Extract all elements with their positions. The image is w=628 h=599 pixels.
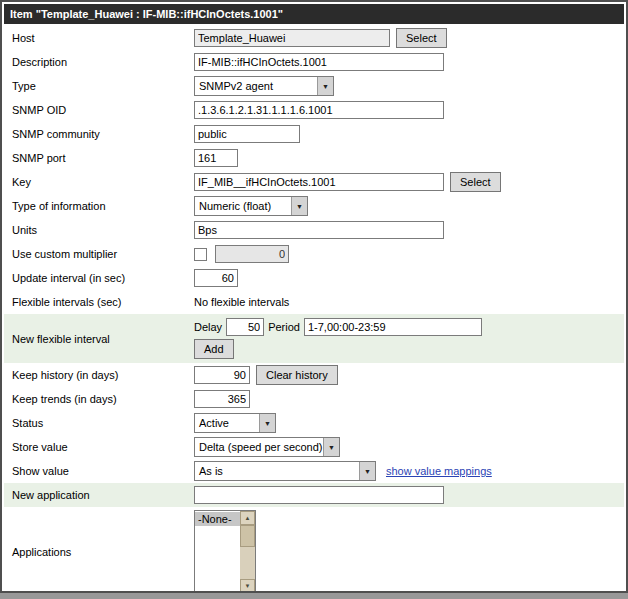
new-application-label: New application [4, 489, 194, 501]
status-dropdown[interactable]: Active ▼ [194, 413, 276, 433]
row-flexible-intervals: Flexible intervals (sec) No flexible int… [4, 290, 624, 314]
show-value-label: Show value [4, 465, 194, 477]
key-label: Key [4, 176, 194, 188]
description-label: Description [4, 56, 194, 68]
store-value-label: Store value [4, 441, 194, 453]
custom-multiplier-input[interactable] [215, 245, 289, 263]
type-dropdown[interactable]: SNMPv2 agent ▼ [194, 76, 334, 96]
snmp-oid-label: SNMP OID [4, 104, 194, 116]
applications-listbox[interactable]: -None- ▲ ▼ [194, 510, 256, 593]
keep-trends-input[interactable] [194, 390, 250, 408]
type-of-information-label: Type of information [4, 200, 194, 212]
show-value-mappings-link[interactable]: show value mappings [386, 465, 492, 477]
row-new-application: New application [4, 483, 624, 507]
show-value-dropdown[interactable]: As is ▼ [194, 461, 376, 481]
keep-history-input[interactable] [194, 366, 250, 384]
window-title: Item "Template_Huawei : IF-MIB::ifHCInOc… [4, 4, 624, 24]
period-input[interactable] [304, 318, 482, 336]
delay-label: Delay [194, 321, 222, 333]
description-input[interactable] [194, 53, 444, 71]
update-interval-input[interactable] [194, 269, 238, 287]
add-button[interactable]: Add [194, 339, 234, 359]
snmp-port-input[interactable] [194, 149, 238, 167]
new-flexible-interval-controls: Delay Period Add [194, 315, 482, 362]
row-snmp-oid: SNMP OID [4, 98, 624, 122]
row-type-of-information: Type of information Numeric (float) ▼ [4, 194, 624, 218]
type-of-information-dropdown[interactable]: Numeric (float) ▼ [194, 196, 308, 216]
scrollbar-thumb[interactable] [240, 525, 255, 547]
host-select-button[interactable]: Select [396, 28, 447, 48]
delay-input[interactable] [226, 318, 264, 336]
scroll-up-icon[interactable]: ▲ [240, 511, 255, 525]
row-status: Status Active ▼ [4, 411, 624, 435]
scrollbar-track[interactable] [240, 525, 255, 579]
host-label: Host [4, 32, 194, 44]
chevron-down-icon: ▼ [317, 77, 333, 95]
item-config-window: Item "Template_Huawei : IF-MIB::ifHCInOc… [0, 0, 628, 593]
applications-options: -None- [195, 511, 240, 593]
chevron-down-icon: ▼ [359, 462, 375, 480]
flexible-intervals-label: Flexible intervals (sec) [4, 296, 194, 308]
new-flexible-interval-line: Delay Period [194, 318, 482, 336]
applications-label: Applications [4, 546, 194, 558]
custom-multiplier-checkbox[interactable] [194, 248, 207, 261]
chevron-down-icon: ▼ [323, 438, 339, 456]
row-host: Host Select [4, 26, 624, 50]
keep-trends-label: Keep trends (in days) [4, 393, 194, 405]
scroll-down-icon[interactable]: ▼ [240, 579, 255, 593]
row-store-value: Store value Delta (speed per second) ▼ [4, 435, 624, 459]
store-value-dropdown[interactable]: Delta (speed per second) ▼ [194, 437, 340, 457]
store-value-dropdown-value: Delta (speed per second) [195, 441, 323, 453]
applications-option-none[interactable]: -None- [195, 512, 240, 526]
clear-history-button[interactable]: Clear history [256, 365, 338, 385]
new-flexible-interval-actions: Add [194, 339, 482, 359]
show-value-dropdown-value: As is [195, 465, 359, 477]
snmp-port-label: SNMP port [4, 152, 194, 164]
status-label: Status [4, 417, 194, 429]
row-keep-trends: Keep trends (in days) [4, 387, 624, 411]
applications-scrollbar[interactable]: ▲ ▼ [240, 511, 255, 593]
snmp-community-label: SNMP community [4, 128, 194, 140]
row-keep-history: Keep history (in days) Clear history [4, 363, 624, 387]
row-snmp-community: SNMP community [4, 122, 624, 146]
chevron-down-icon: ▼ [291, 197, 307, 215]
row-snmp-port: SNMP port [4, 146, 624, 170]
key-input[interactable] [194, 173, 444, 191]
status-dropdown-value: Active [195, 417, 259, 429]
type-label: Type [4, 80, 194, 92]
custom-multiplier-label: Use custom multiplier [4, 248, 194, 260]
chevron-down-icon: ▼ [259, 414, 275, 432]
units-input[interactable] [194, 221, 444, 239]
row-description: Description [4, 50, 624, 74]
row-show-value: Show value As is ▼ show value mappings [4, 459, 624, 483]
row-units: Units [4, 218, 624, 242]
update-interval-label: Update interval (in sec) [4, 272, 194, 284]
row-update-interval: Update interval (in sec) [4, 266, 624, 290]
flexible-intervals-text: No flexible intervals [194, 296, 289, 308]
new-flexible-interval-label: New flexible interval [4, 333, 194, 345]
row-key: Key Select [4, 170, 624, 194]
snmp-community-input[interactable] [194, 125, 300, 143]
row-custom-multiplier: Use custom multiplier [4, 242, 624, 266]
row-applications: Applications -None- ▲ ▼ [4, 507, 624, 593]
keep-history-label: Keep history (in days) [4, 369, 194, 381]
key-select-button[interactable]: Select [450, 172, 501, 192]
new-application-input[interactable] [194, 486, 444, 504]
host-input[interactable] [194, 29, 390, 47]
units-label: Units [4, 224, 194, 236]
type-dropdown-value: SNMPv2 agent [195, 80, 317, 92]
row-type: Type SNMPv2 agent ▼ [4, 74, 624, 98]
snmp-oid-input[interactable] [194, 101, 444, 119]
type-of-information-value: Numeric (float) [195, 200, 291, 212]
row-new-flexible-interval: New flexible interval Delay Period Add [4, 314, 624, 363]
period-label: Period [268, 321, 300, 333]
